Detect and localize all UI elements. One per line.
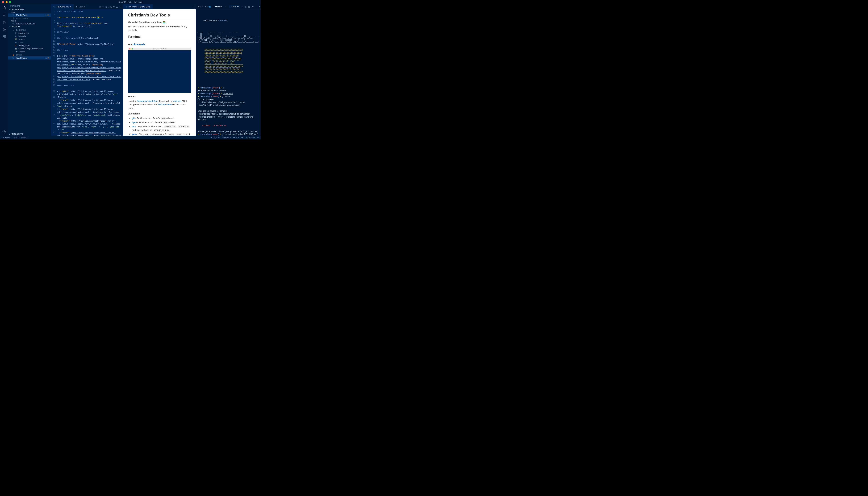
eol-status[interactable]: LF [241,137,243,139]
project-section[interactable]: devTools [8,25,51,28]
svg-rect-9 [4,37,5,38]
open-editors-section[interactable]: Open Editors [8,8,51,11]
debug-icon[interactable] [2,27,6,32]
status-bar: ⎇ master* ⟳ 0↓ 1↑ ⊘ 0 ⚠ 1 Ln 1, Col 24 S… [0,136,261,139]
folder-vscode[interactable]: ▸ 🖿 vscode [8,50,51,53]
svg-point-2 [3,23,3,24]
git-branch-status[interactable]: ⎇ master* [2,137,11,139]
panel-tabs: Problems 1 Terminal ⋯ 2: zsh ＋ ◫ 🗑 ▭ ⌄ ✕ [196,4,260,9]
chevron-right-icon: ▸ [12,50,15,53]
dirty-indicator-icon: ● [70,5,71,8]
folder-icon: 🖿 [16,50,18,53]
js-icon: JS [15,38,17,41]
code-editor[interactable]: 12345 6789101112131415 16171819 20 21 22… [51,9,123,136]
tab-readme[interactable]: ⓘ README.md ● [51,4,74,9]
file-gitconfig[interactable]: ⚙.gitconfig [8,34,51,37]
maximize-window[interactable] [9,1,11,3]
editor-pane-preview: ⓘ [Preview] README.md ⋯ Christian's Dev … [123,4,196,136]
folder-terminal[interactable]: ▾ 🖿 terminal [8,28,51,31]
markdown-preview[interactable]: Christian's Dev Tools My toolkit for get… [123,9,196,136]
file-readme[interactable]: ⓘ README.md 1, M [8,56,51,60]
svg-point-5 [4,29,4,30]
ascii-block: ????????????????????????????????????????… [197,49,259,74]
file-ramsey-art[interactable]: $ramsey_art.sh [8,44,51,47]
preview-icon: ⓘ [125,5,128,8]
feedback-icon[interactable]: ☺ [257,137,259,139]
file-hyper-js[interactable]: JS.hyper.js [8,37,51,41]
preview-icon: ⓘ [12,22,15,25]
svg-point-1 [3,21,3,22]
tab-bar-left: ⓘ README.md ● ⚙ .zshrc ⧉ ◫ B I S̶ ≡ ☰ ⋯ [51,4,123,9]
search-icon[interactable] [2,13,6,17]
open-editor-readme[interactable]: ⓘ README.md 1, M [8,14,51,17]
open-preview-icon[interactable]: ⧉ [99,5,101,8]
editor-toolbar: ⧉ ◫ B I S̶ ≡ ☰ ⋯ [98,4,123,9]
sidebar: Explorer Open Editors Left ⓘ README.md 1… [8,4,51,136]
terminal-output[interactable]: Welcome back, Christian! _ _ _ _ _ _ _ _… [196,9,260,136]
sidebar-title: Explorer [8,4,51,8]
heading-icon[interactable]: ≡ [113,5,115,8]
svg-point-0 [3,14,5,16]
indent-status[interactable]: Spaces: 2 [222,137,231,139]
more-icon[interactable]: ⋯ [119,5,122,8]
list-icon[interactable]: ☰ [116,5,118,8]
new-terminal-icon[interactable]: ＋ [241,5,243,8]
file-bash-profile[interactable]: ⚙.bash_profile [8,31,51,34]
git-sync-status[interactable]: ⟳ 0↓ 1↑ [13,137,20,139]
tab-problems[interactable]: Problems 1 [197,6,211,7]
file-gitignore[interactable]: ◆.gitignore [8,53,51,56]
config-icon: ⚙ [76,5,78,8]
source-control-icon[interactable] [2,20,6,24]
encoding-status[interactable]: UTF-8 [233,137,239,139]
tab-preview[interactable]: ⓘ [Preview] README.md [123,4,153,9]
file-tomorrow-terminal[interactable]: ▣Tomorrow Night Blue.terminal [8,47,51,50]
bold-icon[interactable]: B [105,5,107,8]
open-editor-zshrc[interactable]: ⚙ .zshrc terminal [8,17,51,20]
panel-container: Problems 1 Terminal ⋯ 2: zsh ＋ ◫ 🗑 ▭ ⌄ ✕… [196,4,261,136]
line-numbers: 12345 6789101112131415 16171819 20 21 22… [51,9,56,136]
split-editor-icon[interactable]: ◫ [102,5,104,8]
more-icon[interactable]: ⋯ [192,5,194,8]
preview-h4-theme: Theme [128,95,191,98]
chevron-down-icon[interactable]: ⌄ [255,5,257,8]
git-icon: ◆ [12,53,15,56]
preview-tagline: My toolkit for getting work done 👨‍💻. [128,20,191,24]
svg-point-10 [4,131,4,132]
strikethrough-icon[interactable]: S̶ [110,5,112,8]
preview-h1: Christian's Dev Tools [128,12,191,19]
extension-item: npm - Provides a ton of useful npm alias… [132,121,191,124]
kill-terminal-icon[interactable]: 🗑 [248,5,250,8]
config-icon: ⚙ [15,32,17,34]
folder-icon: 🖿 [16,29,18,31]
tab-terminal[interactable]: Terminal [213,5,223,8]
extensions-icon[interactable] [2,35,6,39]
preview-h2-terminal: Terminal [128,34,191,40]
ascii-banner: _ _ _ _ _ _ _ _ | | | | | | | | | | | | … [197,31,259,43]
config-icon: ⚙ [15,41,17,44]
terminal-welcome: Welcome back, Christian! [197,16,259,25]
extension-item: yarn - Aliases and autocomplete for yarn… [132,133,191,136]
npm-scripts-section[interactable]: NPM Scripts [8,133,51,136]
more-icon[interactable]: ⋯ [225,6,227,7]
close-panel-icon[interactable]: ✕ [258,5,260,8]
language-mode[interactable]: Markdown [246,137,255,139]
file-zshrc[interactable]: ⚙.zshrc [8,41,51,44]
problems-status[interactable]: ⊘ 0 ⚠ 1 [21,137,28,139]
tab-zshrc[interactable]: ⚙ .zshrc [74,4,87,9]
split-terminal-icon[interactable]: ◫ [244,5,246,8]
maximize-panel-icon[interactable]: ▭ [252,5,254,8]
cursor-position[interactable]: Ln 1, Col 24 [210,137,220,139]
extension-item: git - Provides a ton of useful git alias… [132,117,191,120]
settings-gear-icon[interactable] [2,130,6,134]
svg-point-4 [3,28,5,31]
terminal-screenshot: ~/Documents/devTools [128,48,191,93]
terminal-icon: ▣ [15,47,17,50]
terminal-selector[interactable]: 2: zsh [229,5,239,8]
activity-bar [0,4,8,136]
explorer-icon[interactable] [2,5,6,10]
close-window[interactable] [2,1,4,3]
minimize-window[interactable] [5,1,8,3]
italic-icon[interactable]: I [108,5,109,8]
open-editor-preview[interactable]: ⓘ [Preview] README.md [8,22,51,25]
preview-theme-p: I use the Tomorrow Night Blue theme, wit… [128,99,191,110]
